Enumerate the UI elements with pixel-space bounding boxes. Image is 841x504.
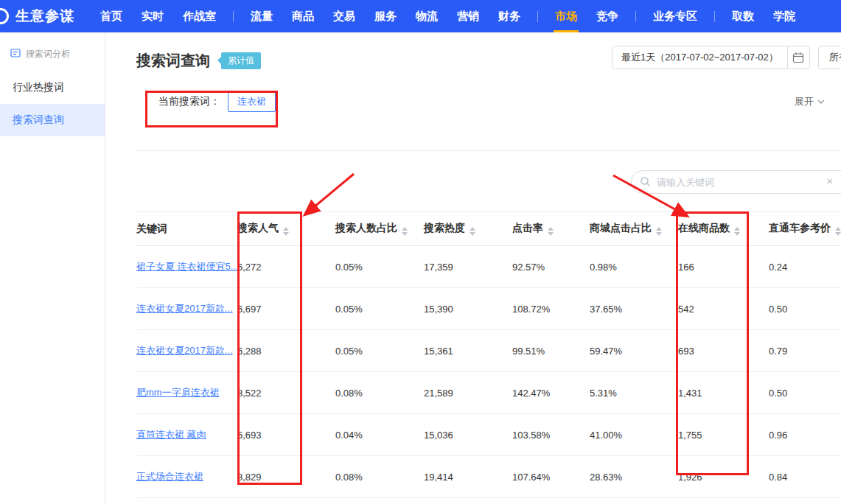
value-cell: 0.24 (769, 246, 841, 288)
sort-icon[interactable] (734, 227, 740, 236)
table-row: 连衣裙女夏2017新款...6,2880.05%15,36199.51%59.4… (136, 330, 841, 372)
column-header-搜索人数占比[interactable]: 搜索人数占比 (335, 212, 424, 246)
current-keyword-tag[interactable]: 连衣裙 (228, 91, 276, 112)
value-cell: 542 (678, 288, 769, 330)
logo-icon (0, 8, 9, 24)
column-header-label: 直通车参考价 (769, 222, 831, 234)
column-header-label: 关键词 (136, 223, 167, 234)
app-logo[interactable]: 生意参谋 (12, 7, 74, 26)
value-cell: 5,693 (237, 414, 335, 456)
keyword-cell: 微胖连衣裙 减龄 (136, 498, 237, 504)
current-search-label: 当前搜索词： (158, 95, 220, 108)
keyword-cell: 直筒连衣裙 藏肉 (136, 414, 237, 456)
nav-item-物流[interactable]: 物流 (406, 0, 447, 32)
column-header-点击率[interactable]: 点击率 (512, 212, 590, 246)
top-navbar: 生意参谋 首页实时作战室流量商品交易服务物流营销财务市场竞争业务专区取数学院 (0, 0, 841, 32)
nav-divider (714, 11, 715, 22)
nav-item-业务专区[interactable]: 业务专区 (643, 0, 707, 32)
sidebar-item-搜索词查询[interactable]: 搜索词查询 (0, 104, 105, 136)
keyword-link[interactable]: 直筒连衣裙 藏肉 (136, 429, 206, 440)
sort-icon[interactable] (470, 227, 475, 236)
value-cell: 26,141 (424, 498, 512, 504)
value-cell: 107.64% (512, 456, 590, 498)
value-cell: 0.50 (769, 372, 841, 414)
nav-item-交易[interactable]: 交易 (324, 0, 365, 32)
nav-item-市场[interactable]: 市场 (545, 0, 587, 32)
sort-icon[interactable] (835, 227, 841, 236)
main-content: 搜索词查询 累计值 最近1天（2017-07-02~2017-07-02） 所有… (105, 32, 841, 504)
table-row: 直筒连衣裙 藏肉5,6930.04%15,036103.58%41.00%1,7… (136, 414, 841, 456)
value-cell: 21,589 (424, 372, 512, 414)
value-cell: 17,359 (424, 246, 512, 288)
date-range-picker[interactable]: 最近1天（2017-07-02~2017-07-02） (612, 46, 810, 69)
value-cell: 6,272 (237, 246, 335, 288)
expand-label: 展开 (795, 95, 814, 108)
value-cell: 166 (678, 246, 769, 288)
terminal-select-label: 所有终端 (829, 51, 841, 64)
keyword-link[interactable]: 连衣裙女夏2017新款... (136, 345, 233, 356)
value-cell: 0.96 (769, 414, 841, 456)
column-header-搜索人气[interactable]: 搜索人气 (237, 212, 335, 246)
column-header-搜索热度[interactable]: 搜索热度 (424, 212, 512, 246)
keyword-link[interactable]: 肥mm一字肩连衣裙 (136, 387, 220, 398)
value-cell: 92.57% (512, 246, 590, 288)
table-row: 连衣裙女夏2017新款...6,6970.05%15,390108.72%37.… (136, 288, 841, 330)
terminal-select[interactable]: 所有终端 (818, 46, 841, 69)
keyword-cell: 正式场合连衣裙 (136, 456, 237, 498)
table-body: 裙子女夏 连衣裙便宜5...6,2720.05%17,35992.57%0.98… (136, 246, 841, 504)
value-cell: 15,361 (424, 330, 512, 372)
value-cell: 99.51% (512, 330, 590, 372)
column-header-在线商品数[interactable]: 在线商品数 (678, 212, 769, 246)
calendar-icon[interactable] (787, 46, 809, 69)
page-title: 搜索词查询 (136, 51, 210, 71)
value-cell: 142.47% (512, 372, 590, 414)
column-header-直通车参考价[interactable]: 直通车参考价 (769, 212, 841, 246)
value-cell: 37.65% (590, 288, 678, 330)
value-cell: 0.08% (335, 372, 424, 414)
nav-item-作战室[interactable]: 作战室 (173, 0, 226, 32)
sort-icon[interactable] (402, 227, 408, 236)
value-cell: 103.58% (512, 414, 590, 456)
table-header-row: 关键词搜索人气搜索人数占比搜索热度点击率商城点击占比在线商品数直通车参考价 (136, 212, 841, 246)
chevron-down-icon (817, 99, 825, 104)
value-cell: 6,288 (237, 330, 335, 372)
nav-item-服务[interactable]: 服务 (365, 0, 406, 32)
clear-icon[interactable]: × (826, 175, 833, 187)
value-cell: 0.05% (335, 288, 424, 330)
nav-item-实时[interactable]: 实时 (132, 0, 173, 32)
value-cell: 2,138 (678, 498, 769, 504)
value-cell: 108.72% (512, 288, 590, 330)
search-box: × (631, 170, 841, 194)
nav-item-商品[interactable]: 商品 (282, 0, 324, 32)
sidebar-section-header: 搜索词分析 (0, 41, 105, 71)
keyword-link[interactable]: 正式场合连衣裙 (136, 471, 203, 482)
value-cell: 124.43% (512, 498, 590, 504)
nav-item-营销[interactable]: 营销 (447, 0, 489, 32)
keyword-cell: 裙子女夏 连衣裙便宜5... (136, 246, 237, 288)
column-header-商城点击占比[interactable]: 商城点击占比 (590, 212, 678, 246)
value-cell: 0.08% (335, 456, 424, 498)
nav-item-财务[interactable]: 财务 (489, 0, 530, 32)
sidebar-item-行业热搜词[interactable]: 行业热搜词 (0, 71, 105, 104)
sidebar: 搜索词分析 行业热搜词搜索词查询 (0, 32, 105, 504)
value-cell: 0.10% (335, 498, 424, 504)
nav-item-竞争[interactable]: 竞争 (587, 0, 628, 32)
column-header-label: 点击率 (512, 222, 543, 234)
sort-icon[interactable] (283, 227, 289, 236)
nav-item-首页[interactable]: 首页 (91, 0, 132, 32)
value-cell: 1,431 (678, 372, 769, 414)
sort-icon[interactable] (548, 227, 554, 236)
value-cell: 59.47% (590, 330, 678, 372)
keyword-search-input[interactable] (631, 170, 841, 194)
column-header-label: 搜索热度 (424, 222, 465, 234)
document-icon (10, 48, 21, 60)
nav-item-学院[interactable]: 学院 (764, 0, 805, 32)
toolbar: 最近1天（2017-07-02~2017-07-02） 所有终端 (612, 46, 841, 69)
nav-item-流量[interactable]: 流量 (241, 0, 282, 32)
sort-icon[interactable] (656, 227, 662, 236)
nav-item-取数[interactable]: 取数 (722, 0, 764, 32)
keyword-link[interactable]: 裙子女夏 连衣裙便宜5... (136, 261, 237, 272)
logo-text: 生意参谋 (15, 7, 74, 26)
keyword-link[interactable]: 连衣裙女夏2017新款... (136, 303, 233, 314)
expand-link[interactable]: 展开 (795, 95, 825, 108)
